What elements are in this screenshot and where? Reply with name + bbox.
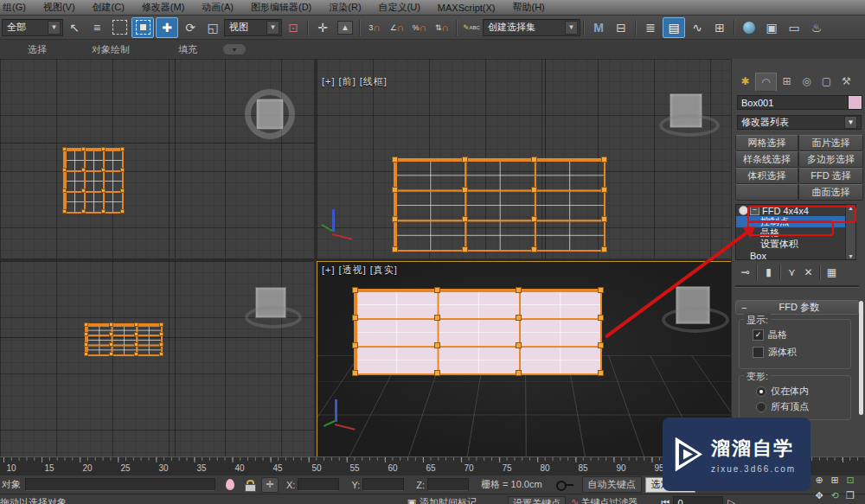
panel-scrollbar[interactable] bbox=[859, 301, 863, 415]
tab-utilities[interactable]: ⚒ bbox=[836, 73, 856, 90]
absolute-offset-toggle[interactable]: ✛ bbox=[261, 477, 279, 493]
schematic-view-button[interactable]: ⊞ bbox=[709, 18, 730, 37]
notification-icon[interactable] bbox=[226, 479, 234, 490]
tab-hierarchy[interactable]: ⊞ bbox=[777, 73, 797, 90]
ffd-select-button[interactable]: FFD 选择 bbox=[798, 168, 863, 184]
menu-animation[interactable]: 动画(A) bbox=[193, 1, 242, 14]
set-key-mode-icon[interactable] bbox=[556, 481, 573, 489]
keyboard-shortcut-override-button[interactable]: ✎ABC bbox=[461, 18, 482, 37]
make-unique-button[interactable]: ⋎ bbox=[784, 265, 800, 280]
viewport-perspective-label[interactable]: [+] [透视] [真实] bbox=[322, 264, 398, 277]
source-volume-checkbox[interactable]: 源体积 bbox=[753, 346, 797, 359]
ribbon-tab-populate[interactable]: 填充 bbox=[168, 43, 208, 56]
viewport-splitter-vertical[interactable] bbox=[314, 59, 317, 456]
viewport-top[interactable] bbox=[0, 59, 314, 258]
material-editor-button[interactable] bbox=[739, 18, 759, 37]
viewport-menu-plus[interactable]: [+] bbox=[322, 265, 336, 275]
angle-snap-button[interactable]: ∠∩ bbox=[387, 18, 407, 37]
snaps-toggle-button[interactable]: 3∩ bbox=[364, 18, 385, 37]
select-object-button[interactable]: ↖ bbox=[64, 18, 85, 37]
zoom-extents-icon[interactable]: ⊡ bbox=[843, 474, 858, 487]
configure-modifier-sets-button[interactable]: ▦ bbox=[823, 265, 840, 280]
percent-snap-button[interactable]: %∩ bbox=[409, 18, 430, 37]
object-color-swatch[interactable] bbox=[848, 95, 862, 110]
tab-modify[interactable]: ◠ bbox=[755, 73, 777, 92]
viewport-left[interactable] bbox=[0, 261, 314, 456]
menu-rendering[interactable]: 渲染(R) bbox=[320, 1, 369, 14]
viewport-shading-menu[interactable]: [真实] bbox=[370, 265, 398, 275]
rectangular-selection-region-button[interactable] bbox=[109, 18, 130, 37]
ffd-lattice-object[interactable] bbox=[85, 323, 163, 356]
ribbon-minimize-button[interactable]: ▼ bbox=[223, 44, 246, 54]
z-coord-field[interactable] bbox=[427, 478, 469, 491]
render-setup-button[interactable]: ▣ bbox=[761, 18, 782, 37]
go-to-start-icon[interactable]: ⏮ bbox=[657, 496, 673, 504]
pan-icon[interactable]: ✥ bbox=[811, 489, 827, 502]
stack-item-set-volume[interactable]: 设置体积 bbox=[736, 239, 855, 250]
object-name-field[interactable]: Box001 bbox=[737, 95, 851, 110]
key-filters-button[interactable]: 关键点过滤器... bbox=[580, 496, 645, 504]
mesh-select-button[interactable]: 网格选择 bbox=[735, 135, 798, 151]
render-production-button[interactable]: ♨ bbox=[806, 18, 827, 37]
current-frame-field[interactable]: 0 bbox=[673, 496, 723, 504]
x-coord-field[interactable] bbox=[298, 478, 339, 491]
play-animation-icon[interactable]: ▷ bbox=[723, 496, 739, 504]
add-time-tag-label[interactable]: 添加时间标记 bbox=[420, 496, 477, 504]
select-and-rotate-button[interactable]: ⟳ bbox=[180, 18, 201, 37]
menu-modifiers[interactable]: 修改器(M) bbox=[133, 1, 194, 14]
menu-maxscript[interactable]: MAXScript(X) bbox=[429, 3, 504, 13]
viewcube[interactable] bbox=[256, 99, 284, 130]
window-crossing-toggle[interactable] bbox=[131, 17, 154, 38]
ffd-lattice-box[interactable] bbox=[354, 289, 602, 375]
spinner-snap-button[interactable]: ⇅∩ bbox=[432, 18, 452, 37]
select-and-move-button[interactable]: ✚ bbox=[156, 17, 178, 38]
curve-editor-button[interactable]: ∿ bbox=[687, 18, 708, 37]
modifier-list-dropdown[interactable]: 修改器列表 ▼ bbox=[737, 115, 862, 130]
viewport-menu-plus[interactable]: [+] bbox=[322, 76, 336, 86]
ffd-lattice-object[interactable] bbox=[63, 148, 124, 214]
reference-coordinate-dropdown[interactable]: 视图 ▼ bbox=[224, 19, 282, 36]
auto-key-button[interactable]: 自动关键点 bbox=[582, 476, 642, 493]
menu-create[interactable]: 创建(C) bbox=[84, 1, 133, 14]
lattice-checkbox[interactable]: ✓ 晶格 bbox=[753, 329, 787, 341]
select-and-scale-button[interactable]: ◱ bbox=[202, 18, 223, 37]
viewport-name-menu[interactable]: [透视] bbox=[339, 265, 367, 275]
remove-modifier-button[interactable]: ✕ bbox=[800, 265, 817, 280]
ribbon-tab-select[interactable]: 选择 bbox=[17, 43, 57, 56]
menu-customize[interactable]: 自定义(U) bbox=[370, 1, 429, 14]
tab-create[interactable]: ✱ bbox=[735, 73, 755, 90]
selection-lock-icon[interactable] bbox=[245, 480, 254, 490]
layer-manager-button[interactable]: ≣ bbox=[640, 18, 661, 37]
only-in-volume-radio[interactable]: 仅在体内 bbox=[756, 385, 809, 398]
viewport-splitter-horizontal[interactable] bbox=[0, 258, 731, 261]
poly-select-button[interactable]: 多边形选择 bbox=[798, 151, 863, 168]
stack-item-box[interactable]: Box bbox=[736, 250, 855, 260]
align-button[interactable]: ⊟ bbox=[611, 18, 631, 37]
add-time-tag-icon[interactable]: ▣ bbox=[404, 496, 420, 504]
select-and-manipulate-button[interactable]: ✛ bbox=[312, 18, 333, 37]
ffd-lattice-object[interactable] bbox=[394, 158, 606, 252]
viewport-front[interactable] bbox=[317, 59, 731, 258]
maximize-viewport-toggle-icon[interactable]: ❒ bbox=[843, 489, 858, 502]
tab-motion[interactable]: ◎ bbox=[797, 73, 817, 90]
ribbon-tab-object-paint[interactable]: 对象绘制 bbox=[81, 43, 140, 56]
zoom-icon[interactable]: ⊕ bbox=[811, 474, 827, 487]
vol-select-button[interactable]: 体积选择 bbox=[735, 168, 798, 184]
select-and-place-button[interactable]: ▲ bbox=[335, 18, 356, 37]
selection-filter-dropdown[interactable]: 全部 ▼ bbox=[2, 19, 63, 36]
graphite-modeling-toggle[interactable]: ▤ bbox=[663, 17, 685, 38]
surface-select-button[interactable]: 曲面选择 bbox=[798, 184, 863, 201]
patch-select-button[interactable]: 面片选择 bbox=[798, 135, 863, 151]
menu-graph-editors[interactable]: 图形编辑器(D) bbox=[242, 1, 320, 14]
show-end-result-button[interactable]: ▮ bbox=[760, 265, 777, 280]
viewport-shading-menu[interactable]: [线框] bbox=[360, 76, 388, 86]
ffd-parameters-rollout-header[interactable]: − FFD 参数 bbox=[735, 300, 859, 315]
menu-help[interactable]: 帮助(H) bbox=[503, 1, 553, 14]
select-by-name-button[interactable]: ≡ bbox=[86, 18, 107, 37]
use-pivot-center-button[interactable]: ⊡ bbox=[283, 18, 304, 37]
y-coord-field[interactable] bbox=[362, 478, 404, 491]
viewport-name-menu[interactable]: [前] bbox=[339, 76, 356, 86]
tab-display[interactable]: ▢ bbox=[817, 73, 836, 90]
viewport-front-label[interactable]: [+] [前] [线框] bbox=[322, 75, 388, 88]
rendered-frame-window-button[interactable]: ▭ bbox=[784, 18, 804, 37]
